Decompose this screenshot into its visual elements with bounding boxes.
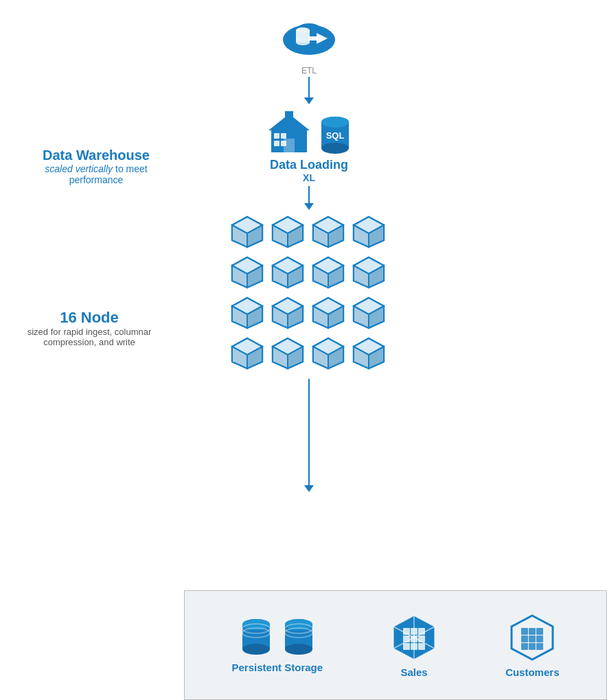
svg-rect-131 bbox=[536, 643, 543, 650]
svg-point-8 bbox=[296, 34, 310, 39]
svg-rect-127 bbox=[529, 635, 536, 642]
center-column: ETL bbox=[213, 0, 405, 492]
cube-11 bbox=[310, 295, 346, 331]
nodes-to-storage-arrow bbox=[304, 379, 314, 492]
svg-point-93 bbox=[242, 644, 270, 655]
customers-storage-item: Customers bbox=[505, 613, 559, 678]
storage-cylinders bbox=[238, 618, 317, 657]
etl-arrow-head bbox=[304, 97, 314, 104]
cube-14 bbox=[270, 336, 306, 371]
etl-label: ETL bbox=[301, 66, 317, 75]
sales-hexagon-icon bbox=[389, 613, 439, 662]
svg-rect-129 bbox=[521, 643, 528, 650]
warehouse-performance: performance bbox=[14, 174, 179, 185]
cube-4 bbox=[351, 214, 387, 250]
svg-point-21 bbox=[321, 143, 349, 154]
svg-rect-17 bbox=[281, 141, 286, 146]
svg-rect-123 bbox=[521, 628, 528, 635]
cube-1 bbox=[229, 214, 265, 250]
cube-12 bbox=[351, 295, 387, 331]
svg-rect-121 bbox=[418, 643, 425, 650]
node-title: 16 Node bbox=[0, 309, 179, 327]
sales-label: Sales bbox=[400, 666, 427, 678]
nodes-arrow-head bbox=[304, 485, 314, 492]
nodes-grid bbox=[229, 214, 389, 373]
svg-rect-118 bbox=[418, 635, 425, 642]
storage-cylinder-1 bbox=[238, 618, 274, 657]
svg-text:SQL: SQL bbox=[326, 130, 345, 141]
etl-arrow-line bbox=[308, 77, 310, 97]
cube-6 bbox=[270, 255, 306, 290]
svg-rect-117 bbox=[411, 635, 417, 642]
cube-2 bbox=[270, 214, 306, 250]
etl-arrow: ETL bbox=[301, 66, 317, 104]
nodes-arrow-line bbox=[308, 379, 310, 485]
cube-9 bbox=[229, 295, 265, 331]
customers-label: Customers bbox=[505, 666, 559, 678]
svg-rect-125 bbox=[536, 628, 543, 635]
persistent-storage-label: Persistent Storage bbox=[232, 662, 323, 673]
loading-arrow-line bbox=[308, 186, 310, 203]
cube-13 bbox=[229, 336, 265, 371]
svg-rect-116 bbox=[403, 635, 410, 642]
svg-rect-10 bbox=[308, 36, 318, 40]
main-container: Data Warehouse scaled vertically to meet… bbox=[0, 0, 607, 700]
warehouse-subtitle-rest: to meet bbox=[115, 163, 148, 174]
svg-rect-126 bbox=[521, 635, 528, 642]
loading-arrow-head bbox=[304, 203, 314, 210]
svg-point-6 bbox=[296, 40, 310, 45]
svg-rect-115 bbox=[418, 628, 425, 635]
cube-5 bbox=[229, 255, 265, 290]
svg-rect-119 bbox=[403, 643, 410, 650]
cube-8 bbox=[351, 255, 387, 290]
svg-rect-128 bbox=[536, 635, 543, 642]
svg-rect-130 bbox=[529, 643, 536, 650]
svg-rect-15 bbox=[281, 133, 286, 139]
warehouse-title: Data Warehouse bbox=[14, 148, 179, 163]
node-subtitle: sized for rapid ingest, columnar compres… bbox=[0, 327, 179, 347]
cube-15 bbox=[310, 336, 346, 371]
sql-cylinder-icon: SQL bbox=[317, 113, 354, 155]
persistent-storage-item: Persistent Storage bbox=[232, 618, 323, 673]
cube-7 bbox=[310, 255, 346, 290]
node-annotation: 16 Node sized for rapid ingest, columnar… bbox=[0, 309, 179, 347]
warehouse-subtitle-italic: scaled vertically bbox=[45, 163, 113, 174]
warehouse-house-icon bbox=[264, 108, 314, 155]
sales-storage-item: Sales bbox=[389, 613, 439, 678]
svg-rect-14 bbox=[274, 133, 279, 139]
cube-10 bbox=[270, 295, 306, 331]
data-loading-xl: XL bbox=[303, 172, 315, 183]
svg-rect-114 bbox=[411, 628, 417, 635]
svg-point-22 bbox=[321, 117, 349, 128]
svg-rect-113 bbox=[403, 628, 410, 635]
storage-section: Persistent Storage bbox=[184, 590, 607, 700]
svg-rect-16 bbox=[274, 141, 279, 146]
loading-to-nodes-arrow bbox=[304, 186, 314, 210]
cube-3 bbox=[310, 214, 346, 250]
cloud-source-icon bbox=[278, 12, 340, 65]
warehouse-subtitle: scaled vertically to meet bbox=[14, 163, 179, 174]
customers-hexagon-icon bbox=[507, 613, 557, 662]
data-loading-section: SQL Data Loading XL bbox=[264, 108, 354, 183]
data-loading-icons: SQL bbox=[264, 108, 354, 155]
svg-rect-18 bbox=[285, 111, 293, 118]
svg-point-99 bbox=[285, 644, 312, 655]
svg-rect-124 bbox=[529, 628, 536, 635]
svg-rect-120 bbox=[411, 643, 417, 650]
storage-cylinder-2 bbox=[281, 618, 317, 657]
warehouse-annotation: Data Warehouse scaled vertically to meet… bbox=[14, 148, 179, 185]
data-loading-label: Data Loading bbox=[270, 158, 348, 172]
left-annotations: Data Warehouse scaled vertically to meet… bbox=[0, 0, 185, 700]
cube-16 bbox=[351, 336, 387, 371]
